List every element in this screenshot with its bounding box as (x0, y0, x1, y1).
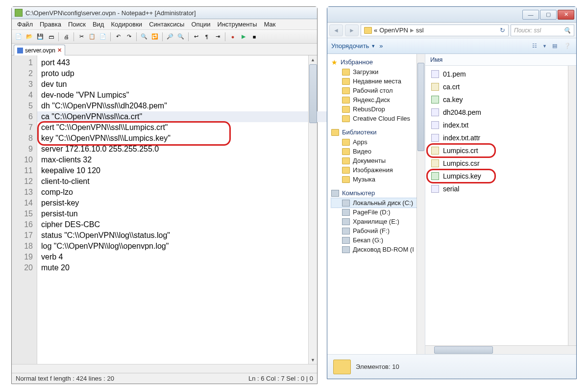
drive-icon (342, 209, 350, 216)
search-input[interactable]: Поиск: ssl 🔍 (511, 25, 574, 36)
record-icon[interactable]: ● (228, 32, 238, 42)
tree-item-label: Яндекс.Диск (353, 96, 390, 104)
scrollbar-thumb[interactable] (434, 346, 493, 354)
more-commands[interactable]: » (379, 42, 383, 50)
tree-item[interactable]: RebusDrop (331, 104, 425, 114)
preview-pane-icon[interactable]: ▤ (550, 41, 560, 51)
scroll-up-icon[interactable]: ▲ (309, 55, 317, 64)
menu-encoding[interactable]: Кодировки (107, 20, 146, 29)
tree-item[interactable]: Apps (331, 137, 425, 147)
folder-tree[interactable]: ★Избранное ЗагрузкиНедавние местаРабочий… (327, 54, 425, 354)
save-icon[interactable]: 💾 (35, 32, 45, 42)
menu-syntax[interactable]: Синтаксисы (146, 20, 188, 29)
scrollbar-thumb[interactable] (417, 63, 424, 151)
tree-item-label: Видео (353, 148, 371, 155)
column-header-name[interactable]: Имя (425, 54, 576, 66)
tree-scrollbar[interactable] (416, 54, 425, 354)
tree-item[interactable]: Изображения (331, 165, 425, 175)
breadcrumb[interactable]: « OpenVPN ▶ ssl ↻ (361, 25, 509, 36)
find-icon[interactable]: 🔍 (139, 32, 149, 42)
code-area[interactable]: port 443proto udpdev tundev-node "VPN Lu… (37, 55, 317, 373)
tree-item[interactable]: Музыка (331, 175, 425, 184)
file-name: serial (443, 185, 459, 193)
tree-item[interactable]: Рабочий (F:) (331, 226, 425, 235)
file-item[interactable]: ca.key (428, 93, 573, 106)
menu-file[interactable]: Файл (14, 20, 36, 29)
file-item[interactable]: Lumpics.csr (428, 157, 573, 170)
cut-icon[interactable]: ✂ (76, 32, 86, 42)
stop-icon[interactable]: ■ (249, 32, 259, 42)
file-item[interactable]: serial (428, 182, 573, 195)
tree-item[interactable]: Локальный диск (C:) (331, 198, 425, 207)
wrap-icon[interactable]: ↩ (191, 32, 201, 42)
indent-icon[interactable]: ⇥ (213, 32, 222, 42)
save-all-icon[interactable]: 🗃 (46, 32, 56, 42)
play-icon[interactable]: ▶ (239, 32, 248, 42)
tree-item[interactable]: PageFile (D:) (331, 207, 425, 217)
minimize-button[interactable]: — (522, 10, 539, 20)
copy-icon[interactable]: 📋 (87, 32, 97, 42)
new-file-icon[interactable]: 📄 (14, 32, 24, 42)
libraries-title[interactable]: Библиотеки (342, 129, 376, 136)
scrollbar-thumb[interactable] (309, 64, 317, 123)
file-item[interactable]: 01.pem (428, 68, 573, 80)
tree-item[interactable]: Рабочий стол (331, 86, 425, 95)
tree-item[interactable]: Бекап (G:) (331, 235, 425, 245)
menu-macro[interactable]: Мак (261, 20, 279, 29)
file-item[interactable]: Lumpics.crt (428, 144, 573, 157)
show-symbols-icon[interactable]: ¶ (202, 32, 212, 42)
refresh-icon[interactable]: ↻ (500, 26, 505, 34)
menu-edit[interactable]: Правка (36, 20, 65, 29)
computer-title[interactable]: Компьютер (342, 189, 375, 197)
file-item[interactable]: index.txt (428, 119, 573, 131)
code-editor[interactable]: 1234567891011121314151617181920 port 443… (12, 55, 317, 373)
zoom-in-icon[interactable]: 🔎 (165, 32, 175, 42)
close-button[interactable]: ✕ (558, 10, 574, 20)
file-list[interactable]: 01.pemca.crtca.keydh2048.pemindex.txtind… (425, 66, 576, 197)
forward-button[interactable]: ► (345, 25, 359, 36)
editor-horizontal-scrollbar[interactable] (12, 364, 317, 373)
menu-options[interactable]: Опции (188, 20, 214, 29)
file-item[interactable]: index.txt.attr (428, 131, 573, 144)
scroll-down-icon[interactable]: ▼ (309, 356, 317, 364)
files-vertical-scrollbar[interactable] (568, 66, 576, 345)
tree-item[interactable]: Яндекс.Диск (331, 95, 425, 104)
file-item[interactable]: Lumpics.key (428, 170, 573, 182)
help-icon[interactable]: ❔ (563, 41, 572, 51)
tree-item[interactable]: Хранилище (E:) (331, 217, 425, 226)
view-mode-icon[interactable]: ☷ (530, 41, 539, 51)
undo-icon[interactable]: ↶ (113, 32, 123, 42)
back-button[interactable]: ◄ (329, 25, 343, 36)
menu-view[interactable]: Вид (89, 20, 108, 29)
print-icon[interactable]: 🖨 (61, 32, 71, 42)
organize-menu[interactable]: Упорядочить ▼ (331, 42, 375, 50)
tree-item[interactable]: Загрузки (331, 67, 425, 77)
breadcrumb-seg-ssl[interactable]: ssl (416, 26, 424, 34)
maximize-button[interactable]: ▢ (540, 10, 557, 20)
menu-search[interactable]: Поиск (65, 20, 89, 29)
explorer-titlebar[interactable]: — ▢ ✕ (327, 7, 576, 23)
chevron-down-icon[interactable]: ▼ (542, 44, 547, 49)
tree-item[interactable]: Creative Cloud Files (331, 114, 425, 123)
favorites-title[interactable]: Избранное (341, 58, 373, 66)
menu-tools[interactable]: Инструменты (214, 20, 261, 29)
breadcrumb-seg-openvpn[interactable]: OpenVPN (379, 26, 408, 34)
file-tab-server[interactable]: server.ovpn ✕ (14, 45, 65, 55)
tab-close-icon[interactable]: ✕ (57, 47, 62, 53)
tree-item[interactable]: Дисковод BD-ROM (I (331, 245, 425, 254)
zoom-out-icon[interactable]: 🔍 (176, 32, 186, 42)
redo-icon[interactable]: ↷ (124, 32, 134, 42)
paste-icon[interactable]: 📄 (98, 32, 108, 42)
files-horizontal-scrollbar[interactable] (425, 345, 576, 354)
tree-item[interactable]: Недавние места (331, 77, 425, 86)
tree-item[interactable]: Видео (331, 147, 425, 156)
open-file-icon[interactable]: 📂 (24, 32, 34, 42)
replace-icon[interactable]: 🔁 (150, 32, 160, 42)
toolbar-separator (74, 32, 74, 41)
file-item[interactable]: dh2048.pem (428, 106, 573, 119)
tree-item-label: Загрузки (353, 68, 378, 76)
file-item[interactable]: ca.crt (428, 80, 573, 93)
editor-vertical-scrollbar[interactable]: ▲ ▼ (308, 55, 317, 373)
tree-item[interactable]: Документы (331, 156, 425, 165)
notepad-titlebar[interactable]: C:\OpenVPN\config\server.ovpn - Notepad+… (12, 7, 317, 19)
